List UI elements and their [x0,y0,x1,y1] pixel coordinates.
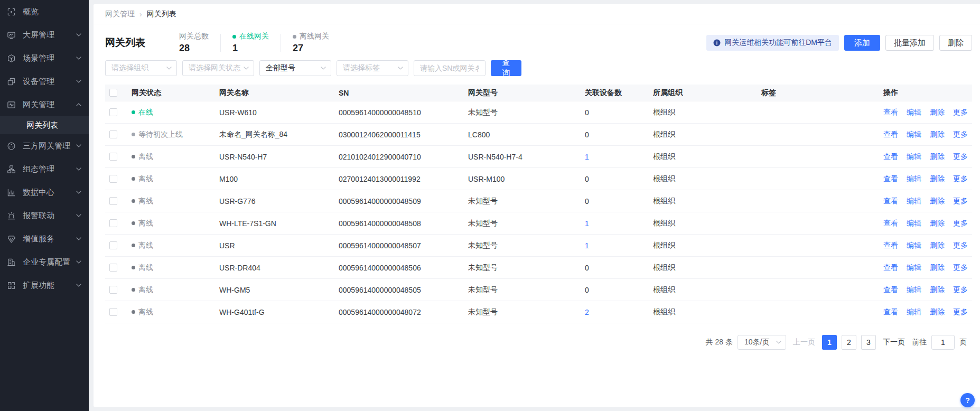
action-delete-link[interactable]: 删除 [930,174,945,184]
action-view-link[interactable]: 查看 [883,108,898,117]
select-all-checkbox[interactable] [109,89,117,97]
action-more-link[interactable]: 更多 [953,263,968,273]
row-checkbox[interactable] [109,175,117,183]
action-view-link[interactable]: 查看 [883,263,898,273]
device-count[interactable]: 2 [585,308,653,316]
action-delete-link[interactable]: 删除 [930,307,945,317]
add-button[interactable]: 添加 [844,35,880,51]
action-more-link[interactable]: 更多 [953,307,968,317]
action-delete-link[interactable]: 删除 [930,219,945,228]
action-view-link[interactable]: 查看 [883,241,898,250]
action-delete-link[interactable]: 删除 [930,241,945,250]
status-badge: 离线 [132,152,215,162]
sidebar-item-gateway[interactable]: 网关管理 [0,93,89,116]
delete-button[interactable]: 删除 [939,35,972,51]
row-checkbox[interactable] [109,197,117,205]
sidebar-item-third-party[interactable]: 三方网关管理 [0,134,89,157]
action-edit-link[interactable]: 编辑 [907,307,921,317]
sidebar-item-data-center[interactable]: 数据中心 [0,181,89,204]
batch-add-button[interactable]: 批量添加 [885,35,934,51]
action-edit-link[interactable]: 编辑 [907,285,921,295]
table-row: 离线USR-DR40400059614000000048506未知型号0根组织查… [105,257,972,279]
action-more-link[interactable]: 更多 [953,130,968,139]
page-button-2[interactable]: 2 [842,335,856,350]
row-checkbox[interactable] [109,108,117,116]
action-view-link[interactable]: 查看 [883,174,898,184]
action-view-link[interactable]: 查看 [883,219,898,228]
sidebar-item-scada[interactable]: 组态管理 [0,157,89,181]
chevron-down-icon [76,32,81,38]
row-checkbox[interactable] [109,264,117,272]
breadcrumb-parent[interactable]: 网关管理 [105,10,135,19]
sidebar-item-scene[interactable]: 场景管理 [0,46,89,70]
row-checkbox[interactable] [109,286,117,294]
action-edit-link[interactable]: 编辑 [907,197,921,206]
action-more-link[interactable]: 更多 [953,197,968,206]
action-delete-link[interactable]: 删除 [930,197,945,206]
page-button-3[interactable]: 3 [861,335,876,350]
action-edit-link[interactable]: 编辑 [907,130,921,139]
organization: 根组织 [653,285,761,295]
device-count[interactable]: 1 [585,219,653,228]
tag-select[interactable]: 请选择标签 [337,60,408,76]
action-view-link[interactable]: 查看 [883,130,898,139]
action-view-link[interactable]: 查看 [883,307,898,317]
gateway-status-select[interactable]: 请选择网关状态 [182,60,254,76]
actions-cell: 查看编辑删除更多 [883,219,972,228]
chevron-up-icon [76,102,81,107]
model-select[interactable]: 全部型号 [259,60,331,76]
sidebar-item-enterprise[interactable]: 企业专属配置 [0,250,89,274]
row-checkbox[interactable] [109,153,117,161]
sidebar-item-device[interactable]: 设备管理 [0,70,89,93]
search-input[interactable] [414,60,486,76]
row-checkbox[interactable] [109,241,117,249]
action-more-link[interactable]: 更多 [953,174,968,184]
action-edit-link[interactable]: 编辑 [907,263,921,273]
action-more-link[interactable]: 更多 [953,152,968,162]
action-more-link[interactable]: 更多 [953,241,968,250]
org-select[interactable]: 请选择组织 [105,60,177,76]
gateway-sn: 03000124062000011415 [339,130,468,139]
device-count[interactable]: 1 [585,153,653,161]
action-edit-link[interactable]: 编辑 [907,219,921,228]
status-badge: 离线 [132,219,215,228]
sidebar-item-extension[interactable]: 扩展功能 [0,274,89,297]
device-count[interactable]: 1 [585,241,653,250]
action-view-link[interactable]: 查看 [883,285,898,295]
sidebar-item-big-screen[interactable]: 大屏管理 [0,23,89,46]
prev-page-button[interactable]: 上一页 [793,338,815,347]
row-checkbox[interactable] [109,130,117,138]
row-checkbox[interactable] [109,308,117,316]
action-delete-link[interactable]: 删除 [930,108,945,117]
action-view-link[interactable]: 查看 [883,197,898,206]
device-count: 0 [585,286,653,294]
help-button[interactable]: ? [960,393,975,407]
action-edit-link[interactable]: 编辑 [907,152,921,162]
action-more-link[interactable]: 更多 [953,219,968,228]
sidebar-item-alarm[interactable]: 报警联动 [0,204,89,227]
action-edit-link[interactable]: 编辑 [907,241,921,250]
sidebar-subitem-gateway-list[interactable]: 网关列表 [0,116,89,134]
sidebar-item-overview[interactable]: 概览 [0,0,89,23]
search-button[interactable]: 查询 [491,60,521,76]
divider [220,34,221,52]
next-page-button[interactable]: 下一页 [883,338,905,347]
device-count: 0 [585,264,653,272]
action-more-link[interactable]: 更多 [953,285,968,295]
action-more-link[interactable]: 更多 [953,108,968,117]
action-delete-link[interactable]: 删除 [930,263,945,273]
gateway-model: 未知型号 [468,241,585,250]
goto-page-input[interactable] [931,335,955,350]
gateway-model: USR-N540-H7-4 [468,153,585,161]
action-edit-link[interactable]: 编辑 [907,108,921,117]
action-view-link[interactable]: 查看 [883,152,898,162]
sidebar-item-vas[interactable]: 增值服务 [0,227,89,250]
page-button-1[interactable]: 1 [822,335,837,350]
action-delete-link[interactable]: 删除 [930,130,945,139]
row-checkbox[interactable] [109,219,117,227]
action-delete-link[interactable]: 删除 [930,152,945,162]
page-size-select[interactable]: 10条/页 [738,335,786,350]
gateway-model: 未知型号 [468,219,585,228]
action-delete-link[interactable]: 删除 [930,285,945,295]
action-edit-link[interactable]: 编辑 [907,174,921,184]
